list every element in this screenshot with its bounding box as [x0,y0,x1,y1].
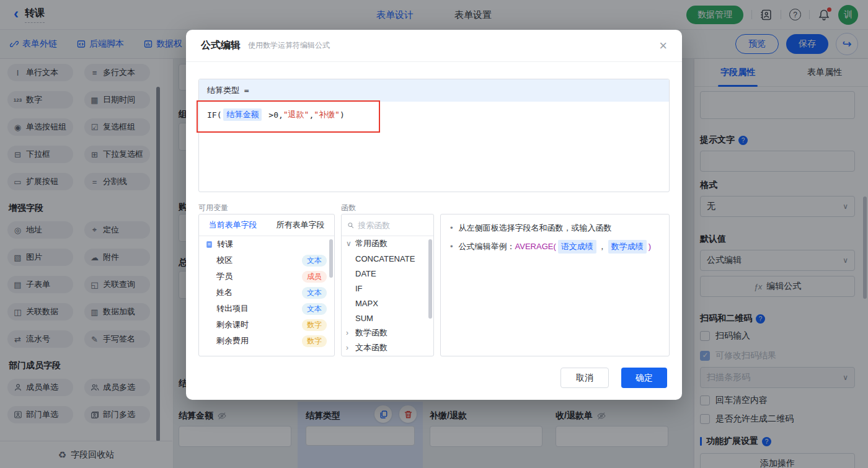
formula-edit-dialog: 公式编辑 使用数学运算符编辑公式 × 结算类型 = IF(结算金额 >0,"退款… [186,30,682,400]
functions-section-label: 函数 [341,203,356,213]
field-type-badge: 文本 [302,255,327,267]
variable-item[interactable]: 剩余费用数字 [199,333,334,349]
function-group[interactable]: ∨常用函数 [342,236,433,251]
functions-panel: ∨常用函数CONCATENATEDATEIFMAPXSUM›数学函数›文本函数 [341,214,434,356]
function-item[interactable]: MAPX [342,296,433,311]
cancel-button[interactable]: 取消 [560,368,609,388]
variable-item[interactable]: 转出项目文本 [199,301,334,317]
chevron-right-icon: › [346,343,353,352]
formula-editor[interactable]: 结算类型 = IF(结算金额 >0,"退款","补缴") [198,79,670,192]
variable-item[interactable]: 剩余课时数字 [199,317,334,333]
formula-segment: "退款" [283,109,309,120]
formula-help-panel: • 从左侧面板选择字段名和函数，或输入函数 • 公式编辑举例：AVERAGE(语… [440,214,670,356]
field-type-badge: 成员 [302,271,327,283]
close-icon[interactable]: × [659,39,667,53]
dialog-subtitle: 使用数学运算符编辑公式 [248,40,330,51]
bullet: • [450,241,453,253]
function-item[interactable]: IF [342,281,433,296]
field-type-badge: 数字 [302,319,327,331]
help-line: • 从左侧面板选择字段名和函数，或输入函数 [450,222,660,234]
tab-all-form-fields[interactable]: 所有表单字段 [267,214,334,236]
function-group[interactable]: ›数学函数 [342,325,433,340]
function-item[interactable]: CONCATENATE [342,251,433,266]
chevron-down-icon: ∨ [346,239,353,248]
formula-field-chip[interactable]: 结算金额 [223,108,262,121]
variables-scrollbar[interactable] [329,239,333,278]
function-search-input[interactable] [358,221,428,230]
variable-item[interactable]: 姓名文本 [199,285,334,301]
bullet: • [450,222,453,234]
field-type-badge: 数字 [302,335,327,347]
formula-segment: ) [340,110,345,120]
search-icon [347,221,354,229]
variables-section-label: 可用变量 [198,203,228,213]
field-type-badge: 文本 [302,303,327,315]
formula-segment: IF( [207,110,221,120]
variable-form-root[interactable]: 转课 [199,236,334,252]
example-field-chip: 数学成绩 [608,240,647,254]
help-line-example: • 公式编辑举例：AVERAGE(语文成绩，数学成绩) [450,240,660,254]
function-search[interactable] [342,214,433,236]
dialog-title: 公式编辑 [201,39,241,52]
example-field-chip: 语文成绩 [558,240,596,254]
tab-current-form-fields[interactable]: 当前表单字段 [199,214,267,236]
variable-item[interactable]: 学员成员 [199,268,334,285]
doc-icon [205,241,213,249]
function-item[interactable]: DATE [342,266,433,281]
chevron-right-icon: › [346,329,353,337]
function-item[interactable]: SUM [342,311,433,325]
formula-expression[interactable]: IF(结算金额 >0,"退款","补缴") [199,102,669,128]
confirm-button[interactable]: 确定 [621,368,667,388]
functions-scrollbar[interactable] [428,239,432,319]
formula-segment: "补缴" [314,109,340,120]
formula-target: 结算类型 = [199,79,669,102]
variables-panel: 当前表单字段 所有表单字段 转课校区文本学员成员姓名文本转出项目文本剩余课时数字… [198,214,335,356]
variable-item[interactable]: 校区文本 [199,252,334,268]
formula-segment: , [309,110,314,120]
function-group[interactable]: ›文本函数 [342,340,433,355]
formula-segment: >0, [264,110,283,120]
field-type-badge: 文本 [302,287,327,299]
